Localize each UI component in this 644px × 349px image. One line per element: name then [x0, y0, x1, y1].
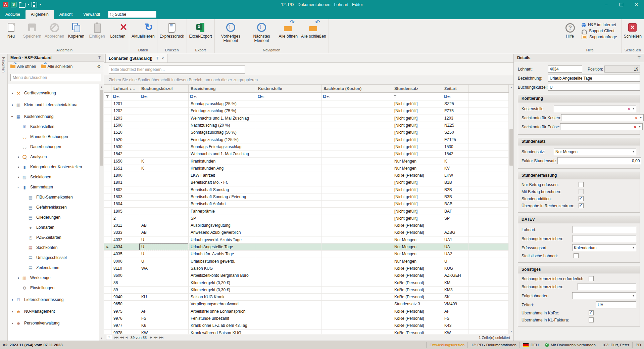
- filter-type-abc-icon[interactable]: ABC: [141, 95, 148, 98]
- expand-collapsed-icon[interactable]: [16, 175, 21, 179]
- cell[interactable]: [139, 100, 189, 107]
- supportanfrage-button[interactable]: Supportanfrage: [582, 35, 617, 39]
- tree-item-analysen[interactable]: Analysen: [8, 152, 99, 162]
- cell[interactable]: KoRe (Personal): [392, 279, 442, 286]
- close-window-button[interactable]: [629, 0, 644, 9]
- table-row-1800[interactable]: 1800LKW FahrzeitKoRe (Personal)LKW: [104, 172, 509, 179]
- cell[interactable]: 9976: [111, 315, 139, 322]
- cell[interactable]: [139, 143, 189, 150]
- clear-icon[interactable]: [634, 116, 638, 120]
- table-row-4035[interactable]: 4035UUrlaub kfm. Azubis TageNur MengenUA…: [104, 251, 509, 258]
- cell[interactable]: Krank ohne LFZ ab dem 43.Tag: [189, 322, 256, 329]
- table-row-1530[interactable]: 1530Sonntags Feiertagszuschlag[Nicht gef…: [104, 143, 509, 150]
- open-all-button[interactable]: Alle öffnen: [10, 64, 36, 69]
- cell[interactable]: 1650: [111, 158, 139, 165]
- cell[interactable]: [321, 115, 392, 122]
- cell[interactable]: KoRe (Personal): [392, 229, 442, 236]
- cell[interactable]: [321, 122, 392, 129]
- expand-expanded-icon[interactable]: [10, 115, 15, 119]
- table-row-4032[interactable]: 4032UUrlaub gewerbl. Azubis TageNur Meng…: [104, 236, 509, 244]
- cell[interactable]: 1804: [111, 201, 139, 208]
- tree-item-nu-management[interactable]: ☻NU-Management: [8, 306, 99, 316]
- cell[interactable]: 89: [111, 287, 139, 294]
- cell[interactable]: [256, 158, 321, 165]
- app-s-icon[interactable]: [11, 2, 16, 7]
- cell[interactable]: KoRe (Personal): [392, 315, 442, 322]
- cell[interactable]: UA: [442, 244, 468, 251]
- cell[interactable]: KW: [139, 330, 189, 334]
- cell[interactable]: [Nicht gefüllt]: [392, 193, 442, 201]
- cell[interactable]: Feiertagszuschlag (75 %): [189, 107, 256, 115]
- cell[interactable]: 9975: [111, 308, 139, 315]
- cell[interactable]: KM: [442, 279, 468, 286]
- cell[interactable]: Urlaub kfm. Azubis Tage: [189, 251, 256, 258]
- cell[interactable]: U: [139, 258, 189, 265]
- cell[interactable]: 1801: [111, 179, 139, 186]
- cell[interactable]: 1542: [111, 150, 139, 158]
- scroll-down-icon[interactable]: [99, 336, 104, 341]
- cell[interactable]: [321, 279, 392, 286]
- cell[interactable]: K43: [442, 322, 468, 329]
- table-row-4034[interactable]: ▶4034UUrlaub Angestellte TageNur MengenU…: [104, 244, 509, 251]
- expressdruck-button[interactable]: Expressdruck: [158, 20, 186, 39]
- cell[interactable]: KV: [442, 165, 468, 172]
- cell[interactable]: AF: [442, 308, 468, 315]
- cell[interactable]: KoRe (Personal): [392, 322, 442, 329]
- table-row-1801[interactable]: 1801Bereitschaft Mo. - Fr.[Nicht gefüllt…: [104, 179, 509, 186]
- table-row-89[interactable]: 89Kilometergeld (0,30 €)KoRe (Personal)K…: [104, 287, 509, 294]
- menu-tab-addone[interactable]: AddOne: [0, 10, 26, 19]
- cell[interactable]: SZ25: [442, 100, 468, 107]
- cell[interactable]: Verpflegungsmehraufwand: [189, 301, 256, 308]
- bezeichnung-field[interactable]: [548, 75, 640, 82]
- menu-tab-verwandt[interactable]: Verwandt: [78, 10, 105, 19]
- cell[interactable]: Ausbildungsvergütung: [189, 222, 256, 229]
- cell[interactable]: Feiertagszuschlag (125 %): [189, 136, 256, 143]
- clear-icon[interactable]: [633, 125, 637, 129]
- expand-collapsed-icon[interactable]: [10, 91, 15, 95]
- cell[interactable]: [Nicht gefüllt]: [392, 208, 442, 215]
- cell[interactable]: [Nicht gefüllt]: [392, 143, 442, 150]
- dropdown-arrow-icon[interactable]: [631, 107, 636, 110]
- cell[interactable]: Nur Mengen: [392, 251, 442, 258]
- cell[interactable]: [321, 165, 392, 172]
- dropdown-arrow-icon[interactable]: [631, 150, 636, 153]
- cell[interactable]: 1800: [111, 172, 139, 179]
- scroll-up-icon[interactable]: [99, 84, 104, 89]
- alle-schließen-button[interactable]: Alle schließen: [299, 20, 328, 39]
- gear-icon[interactable]: [97, 64, 101, 69]
- cell[interactable]: 9977: [111, 322, 139, 329]
- cell[interactable]: Weihnachts und 1. Mai Zuschlag: [189, 150, 256, 158]
- scroll-down-icon[interactable]: [509, 329, 513, 334]
- cell[interactable]: 9650: [111, 301, 139, 308]
- cell[interactable]: [256, 258, 321, 265]
- neu-button[interactable]: Neu: [1, 20, 21, 39]
- cell[interactable]: [256, 229, 321, 236]
- close-all-button[interactable]: Alle schließen: [41, 64, 73, 69]
- cell[interactable]: Nachtzuschlag (20 %): [189, 122, 256, 129]
- cell[interactable]: [321, 107, 392, 115]
- alle-öffnen-button[interactable]: Alle öffnen: [277, 20, 300, 39]
- cell[interactable]: Urlaub gewerbl. Azubis Tage: [189, 236, 256, 244]
- chevron-down-icon[interactable]: [28, 3, 29, 6]
- cell[interactable]: [139, 201, 189, 208]
- cell[interactable]: 1500: [111, 122, 139, 129]
- tree-item-stammdaten[interactable]: ▮Stammdaten: [8, 182, 99, 192]
- cell[interactable]: SP: [442, 215, 468, 222]
- tree-item-fibu-sammelkonten[interactable]: ▤FiBu-Sammelkonten: [8, 192, 99, 202]
- cell[interactable]: [Nicht gefüllt]: [392, 179, 442, 186]
- cell[interactable]: UA1: [442, 236, 468, 244]
- cell[interactable]: SK: [442, 294, 468, 301]
- filter-cell[interactable]: ABC: [256, 93, 321, 100]
- tree-item-klein-und-lieferscheinfaktura[interactable]: ▥Klein- und Lieferscheinfaktura: [8, 100, 99, 110]
- expand-collapsed-icon[interactable]: [16, 276, 21, 280]
- filter-cell[interactable]: ABC: [321, 93, 392, 100]
- combo-kostenstelle[interactable]: [554, 105, 636, 112]
- table-row-9977[interactable]: 9977K6Krank ohne LFZ ab dem 43.TagKoRe (…: [104, 322, 509, 329]
- cell[interactable]: AB: [139, 222, 189, 229]
- chevron-down-icon[interactable]: [40, 3, 41, 6]
- cell[interactable]: [139, 150, 189, 158]
- cell[interactable]: 1803: [111, 193, 139, 201]
- cell[interactable]: Nur Mengen: [392, 236, 442, 244]
- combo-sachkonto-für-kosten[interactable]: [561, 114, 644, 121]
- cell[interactable]: 4035: [111, 251, 139, 258]
